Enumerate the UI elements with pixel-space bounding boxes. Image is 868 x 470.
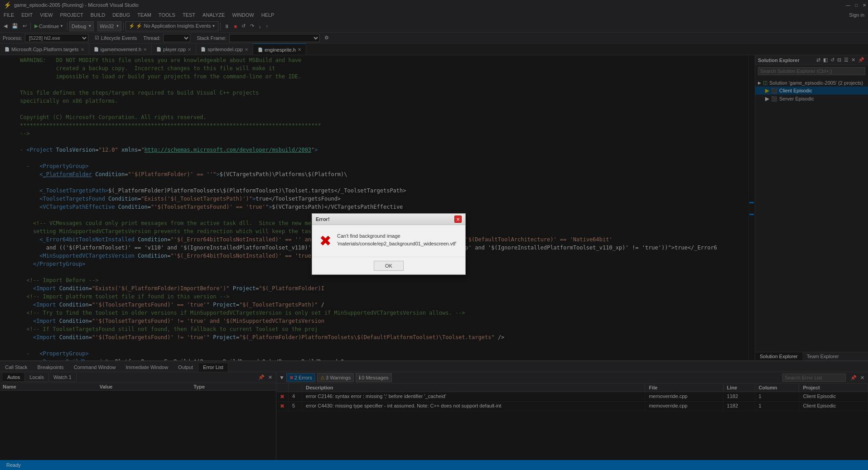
error-panel-close[interactable]: ✕ xyxy=(859,375,865,381)
no-app-insights-label: ⚡ No Application Insights Events xyxy=(136,23,211,29)
filter-messages-button[interactable]: ℹ 0 Messages xyxy=(356,373,391,382)
se-tab-solution-explorer[interactable]: Solution Explorer xyxy=(755,352,802,360)
platform-dropdown[interactable]: Win32 ▼ xyxy=(97,21,121,31)
code-line: <Import Condition="'$(ToolsetTargetsFoun… xyxy=(0,317,755,325)
tab-spritemodel[interactable]: 📄 spritemodel.cpp ✕ xyxy=(196,43,253,55)
close-tab-player[interactable]: ✕ xyxy=(188,47,191,52)
se-close-button[interactable]: ✕ xyxy=(850,57,856,63)
dialog-title: Error! xyxy=(316,216,330,222)
bottom-tab-immediate-window[interactable]: Immediate Window xyxy=(121,363,174,372)
menu-tools[interactable]: TOOLS xyxy=(155,10,179,20)
filter-warnings-button[interactable]: ⚠ 3 Warnings xyxy=(317,373,354,382)
debug-tab-autos[interactable]: Autos xyxy=(3,373,25,381)
se-search-input[interactable] xyxy=(758,67,865,75)
solution-explorer-header: Solution Explorer ⇄ ◧ ↺ ⊟ ☰ ✕ 📌 xyxy=(755,55,868,65)
se-server-episodic[interactable]: ▶ ⬛ Server Episodic xyxy=(755,95,868,103)
se-tab-team-explorer[interactable]: Team Explorer xyxy=(802,352,844,360)
stop-button[interactable]: ■ xyxy=(232,21,239,31)
bottom-tab-error-list[interactable]: Error List xyxy=(198,363,228,372)
error-icon-5: ✖ xyxy=(280,403,285,409)
restart-button[interactable]: ↺ xyxy=(240,21,247,31)
toolbar-back[interactable]: ◀ xyxy=(2,21,9,31)
menu-build[interactable]: BUILD xyxy=(87,10,109,20)
se-collapse-button[interactable]: ⊟ xyxy=(836,57,842,63)
close-tab-platform[interactable]: ✕ xyxy=(81,47,84,52)
menu-debug[interactable]: DEBUG xyxy=(109,10,134,20)
tab-igamemovement[interactable]: 📄 igamemovement.h ✕ xyxy=(89,43,152,55)
stack-settings[interactable]: ⚙ xyxy=(323,33,331,43)
autos-close-button[interactable]: ✕ xyxy=(267,374,273,380)
menu-project[interactable]: PROJECT xyxy=(56,10,87,20)
se-search xyxy=(755,65,868,77)
menu-window[interactable]: WINDOW xyxy=(228,10,257,20)
pause-button[interactable]: ⏸ xyxy=(222,21,231,31)
separator-1 xyxy=(30,22,31,30)
se-client-episodic[interactable]: ▶ ⬛ Client Episodic xyxy=(755,86,868,95)
se-refresh-button[interactable]: ↺ xyxy=(829,57,835,63)
error-panel-pin[interactable]: 📌 xyxy=(849,375,858,381)
ready-status: Ready xyxy=(4,462,24,468)
solution-icon: ◫ xyxy=(763,80,767,86)
toolbar-undo[interactable]: ↩ xyxy=(21,21,29,31)
bottom-tab-output[interactable]: Output xyxy=(173,363,198,372)
sign-in-link[interactable]: Sign in xyxy=(849,12,868,18)
bottom-tab-command-window[interactable]: Command Window xyxy=(69,363,121,372)
autos-table[interactable]: Name Value Type xyxy=(0,383,276,460)
error-search-input[interactable] xyxy=(782,374,846,382)
se-settings-button[interactable]: ☰ xyxy=(843,57,849,63)
se-sync-button[interactable]: ⇄ xyxy=(815,57,821,63)
menu-bar: FILE EDIT VIEW PROJECT BUILD DEBUG TEAM … xyxy=(0,10,868,20)
se-properties-button[interactable]: ◧ xyxy=(822,57,829,63)
debug-tab-locals[interactable]: Locals xyxy=(25,373,49,381)
menu-help[interactable]: HELP xyxy=(258,10,278,20)
autos-pin-button[interactable]: 📌 xyxy=(257,374,265,380)
step-into[interactable]: ↓ xyxy=(257,21,263,31)
error-row-5[interactable]: ✖ 5 error C4430: missing type specifier … xyxy=(276,402,868,411)
menu-file[interactable]: FILE xyxy=(0,10,18,20)
lifecycle-checkbox[interactable]: ☑ xyxy=(95,35,99,41)
debug-dropdown[interactable]: Debug ▼ xyxy=(69,21,94,31)
close-button[interactable]: ✕ xyxy=(861,1,868,9)
project-icon-box: ⬛ xyxy=(771,88,777,94)
stack-frame-selector[interactable] xyxy=(229,34,320,42)
se-solution-item[interactable]: ▶ ◫ Solution 'game_episodic-2005' (2 pro… xyxy=(755,79,868,86)
menu-test[interactable]: TEST xyxy=(179,10,199,20)
tab-enginesprite[interactable]: 📄 enginesprite.h ✕ xyxy=(253,43,306,55)
solution-label: Solution 'game_episodic-2005' (2 project… xyxy=(769,80,863,86)
code-line: created a backup copy. Incorrect changes… xyxy=(0,64,755,72)
editor-area[interactable]: WARNING: DO NOT MODIFY this file unless … xyxy=(0,55,755,360)
dialog-ok-button[interactable]: OK xyxy=(374,261,404,271)
error-row-4[interactable]: ✖ 4 error C2146: syntax error : missing … xyxy=(276,392,868,402)
thread-selector[interactable] xyxy=(163,34,190,42)
minimize-button[interactable]: — xyxy=(844,1,852,9)
status-bar: Ready xyxy=(0,460,868,470)
no-app-insights-button[interactable]: ⚡ ⚡ No Application Insights Events ▼ xyxy=(125,21,218,31)
code-line: ****************************************… xyxy=(0,121,755,129)
separator-2 xyxy=(67,22,68,30)
error-table[interactable]: Description File Line Column Project ✖ 4 xyxy=(276,384,868,460)
se-unpin-button[interactable]: 📌 xyxy=(857,57,865,63)
close-tab-igamemovement[interactable]: ✕ xyxy=(143,47,147,52)
process-selector[interactable]: [5228] hl2.exe xyxy=(25,34,88,42)
menu-analyze[interactable]: ANALYZE xyxy=(199,10,228,20)
err-col-proj: Project xyxy=(799,384,868,392)
bottom-tab-callstack[interactable]: Call Stack xyxy=(0,363,33,372)
close-tab-spritemodel[interactable]: ✕ xyxy=(245,47,248,52)
error-panel-controls: 📌 ✕ xyxy=(849,375,865,381)
menu-team[interactable]: TEAM xyxy=(134,10,155,20)
close-tab-enginesprite[interactable]: ✕ xyxy=(298,47,301,52)
toolbar-save[interactable]: 💾 xyxy=(10,21,20,31)
filter-errors-button[interactable]: ✖ 2 Errors xyxy=(286,373,315,382)
continue-button[interactable]: ▶ Continue ▼ xyxy=(33,21,65,31)
maximize-button[interactable]: □ xyxy=(853,1,860,9)
dialog-close-button[interactable]: ✕ xyxy=(454,216,462,223)
err-col-col: Column xyxy=(755,384,799,392)
step-over[interactable]: ↷ xyxy=(248,21,256,31)
tab-platform-targets[interactable]: 📄 Microsoft.Cpp.Platform.targets ✕ xyxy=(0,43,89,55)
debug-tab-watch1[interactable]: Watch 1 xyxy=(49,373,77,381)
bottom-tab-breakpoints[interactable]: Breakpoints xyxy=(33,363,69,372)
menu-edit[interactable]: EDIT xyxy=(18,10,36,20)
menu-view[interactable]: VIEW xyxy=(36,10,56,20)
step-out[interactable]: ↑ xyxy=(264,21,270,31)
tab-player[interactable]: 📄 player.cpp ✕ xyxy=(152,43,196,55)
